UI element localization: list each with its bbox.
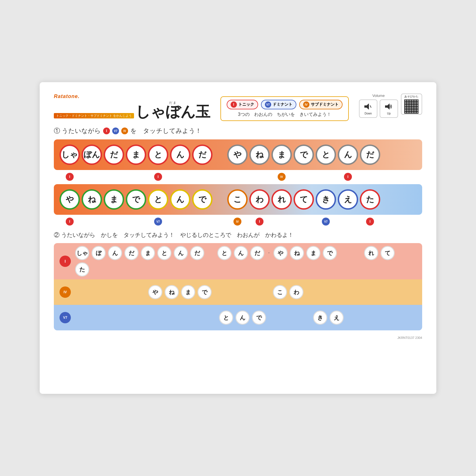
bubble-ya[interactable]: や <box>273 246 288 260</box>
svg-rect-3 <box>385 105 387 108</box>
bubble-te[interactable]: て <box>381 246 395 260</box>
chord-pos-V7-1: V7 <box>148 218 168 226</box>
volume-up-icon <box>384 102 393 111</box>
legend-dom: V7 ドミナント <box>261 100 296 109</box>
char-ya2[interactable]: や <box>60 189 80 210</box>
bubble-n3[interactable]: ん <box>234 246 248 260</box>
main-page: Ratatone. トニック・ドミナント・サブドミナント をかんじよう だ ま … <box>40 82 436 394</box>
bubble-da[interactable]: だ <box>124 246 139 260</box>
bubble-da2[interactable]: だ <box>190 246 204 260</box>
chord-I4[interactable]: I <box>66 218 74 226</box>
chord-row-label-I: I <box>60 256 71 267</box>
bubble-de[interactable]: で <box>323 246 337 260</box>
bubble-sha[interactable]: しゃ <box>75 246 89 260</box>
chord-I3[interactable]: I <box>344 173 352 181</box>
chord-V7-2[interactable]: V7 <box>322 218 330 226</box>
section1-instruction: ① うたいながら I V7 IV を タッチしてみよう！ <box>54 127 422 135</box>
char-da3[interactable]: だ <box>360 144 380 165</box>
bubble-ko-iv[interactable]: こ <box>273 285 287 299</box>
inline-badge-I: I <box>103 128 110 134</box>
bubble-bo[interactable]: ぼ <box>92 246 106 260</box>
bubble-ta[interactable]: た <box>75 262 89 277</box>
svg-marker-4 <box>387 103 390 110</box>
bubble-ne[interactable]: ね <box>290 246 304 260</box>
char-ta[interactable]: た <box>360 189 380 210</box>
volume-up-label: Up <box>387 112 391 115</box>
chord-V7-1[interactable]: V7 <box>154 218 162 226</box>
bubble-n-v7[interactable]: ん <box>235 311 250 325</box>
bubble-da3[interactable]: だ <box>250 246 264 260</box>
inline-badge-IV: IV <box>121 128 128 134</box>
char-ne2[interactable]: ね <box>82 189 102 210</box>
chord-I2[interactable]: I <box>154 173 162 181</box>
chord-pos-I5: I <box>249 218 270 226</box>
bubble-wa-iv[interactable]: わ <box>289 285 303 299</box>
char-te[interactable]: て <box>294 189 314 210</box>
section2: ② うたいながら かしを タッチしてみよう！ やじるしのところで わおんが かわ… <box>54 231 422 330</box>
char-wa[interactable]: わ <box>249 189 270 210</box>
bubble-n2[interactable]: ん <box>174 246 188 260</box>
char-bon[interactable]: ぼん <box>82 144 102 165</box>
char-da1[interactable]: だ <box>104 144 124 165</box>
chord-row-IV: IV や ね ま で こ わ <box>54 279 422 305</box>
chord-I6[interactable]: I <box>366 218 374 226</box>
char-ne1[interactable]: ね <box>249 144 270 165</box>
chord-row-label-IV: IV <box>60 286 71 298</box>
section1: ① うたいながら I V7 IV を タッチしてみよう！ しゃ ぼん だ ま と… <box>54 127 422 226</box>
char-ya1[interactable]: や <box>227 144 248 165</box>
bubble-e-v7[interactable]: え <box>330 311 344 325</box>
bubble-re[interactable]: れ <box>364 246 378 260</box>
volume-down-button[interactable]: Down <box>359 99 377 118</box>
bubble-de-v7[interactable]: で <box>252 311 266 325</box>
char-n3[interactable]: ん <box>170 189 190 210</box>
char-de2[interactable]: で <box>126 189 146 210</box>
subdom-roman: IV <box>303 101 309 108</box>
bubble-ne-iv[interactable]: ね <box>165 285 179 299</box>
bubble-ma-iv[interactable]: ま <box>181 285 195 299</box>
chord-pos-I2: I <box>148 173 168 181</box>
chord-I1[interactable]: I <box>66 173 74 181</box>
section2-instruction: ② うたいながら かしを タッチしてみよう！ やじるしのところで わおんが かわ… <box>54 231 422 239</box>
char-sha[interactable]: しゃ <box>60 144 80 165</box>
char-ki[interactable]: き <box>316 189 336 210</box>
chord-pos-I4: I <box>60 218 80 226</box>
bubble-ki-v7[interactable]: き <box>313 311 327 325</box>
volume-down-icon <box>364 102 372 111</box>
section1-instruction-end: を タッチしてみよう！ <box>130 127 201 135</box>
bubble-n[interactable]: ん <box>108 246 122 260</box>
chord-IV1[interactable]: IV <box>278 173 286 181</box>
char-ma2[interactable]: ま <box>271 144 292 165</box>
tonic-label: トニック <box>238 102 254 107</box>
char-ma[interactable]: ま <box>126 144 146 165</box>
char-to3[interactable]: と <box>148 189 168 210</box>
char-da2[interactable]: だ <box>192 144 212 165</box>
bubble-to-v7[interactable]: と <box>219 311 233 325</box>
char-e[interactable]: え <box>338 189 358 210</box>
bubble-ma2[interactable]: ま <box>306 246 320 260</box>
char-de3[interactable]: で <box>192 189 212 210</box>
title-area: だ ま しゃぼん玉 <box>135 101 210 119</box>
char-n1[interactable]: ん <box>170 144 190 165</box>
char-to1[interactable]: と <box>148 144 168 165</box>
bubble-de-iv[interactable]: で <box>197 285 212 299</box>
lyric-bubbles-IV: や ね ま で こ わ <box>75 285 416 299</box>
char-to2[interactable]: と <box>316 144 336 165</box>
chord-I5[interactable]: I <box>256 218 264 226</box>
volume-up-button[interactable]: Up <box>380 99 398 118</box>
footer-code: JKRNT0137 2304 <box>54 336 422 339</box>
bubble-ton[interactable]: と <box>217 246 231 260</box>
lyric-row-2: や ね ま で と ん で こ わ れ て き え た <box>54 184 422 215</box>
bubble-ma[interactable]: ま <box>141 246 155 260</box>
chord-IV2[interactable]: IV <box>233 218 241 226</box>
char-ma3[interactable]: ま <box>104 189 124 210</box>
char-re[interactable]: れ <box>271 189 292 210</box>
char-ko[interactable]: こ <box>227 189 248 210</box>
char-n2[interactable]: ん <box>338 144 358 165</box>
chord-row-I: I しゃ ぼ ん だ ま と ん だ と ん だ ・ や ね <box>54 243 422 279</box>
legend-subdom: IV サブドミナント <box>299 100 343 109</box>
char-de1[interactable]: で <box>294 144 314 165</box>
bubble-ya-iv[interactable]: や <box>148 285 162 299</box>
bubble-to[interactable]: と <box>157 246 171 260</box>
bubble-dot: ・ <box>267 250 271 256</box>
main-title: しゃぼん玉 <box>135 104 210 119</box>
